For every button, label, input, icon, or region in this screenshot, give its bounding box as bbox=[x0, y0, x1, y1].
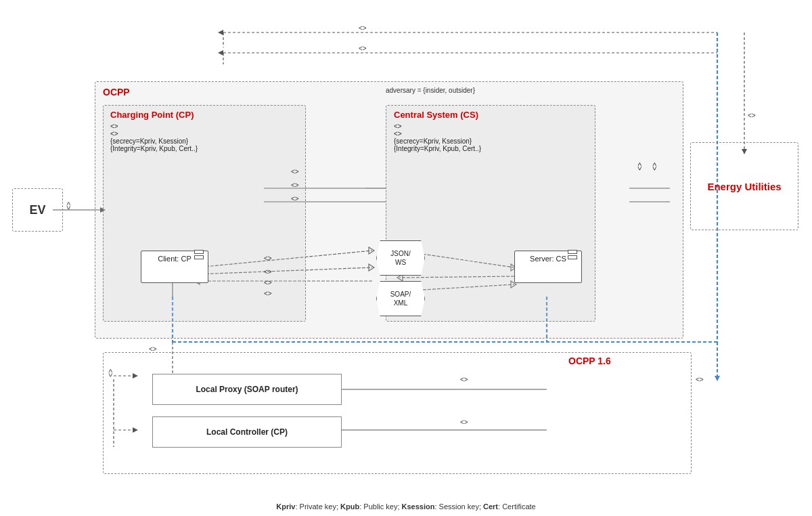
json-ws-box: JSON/WS bbox=[376, 240, 425, 276]
diagram-container: <> <> <> EV <> OCPP adversary = {insider… bbox=[0, 0, 812, 516]
client-cp-box: Client: CP bbox=[141, 251, 208, 283]
data-security-label: <> bbox=[291, 168, 299, 175]
right-side-labels2: <> bbox=[651, 163, 658, 171]
send1-label: <> bbox=[264, 268, 272, 276]
eu-label: Energy Utilities bbox=[707, 179, 781, 194]
cs-title-container: Central System (CS) <> <> {secrecy=Kpriv… bbox=[394, 110, 481, 152]
revert-energy-label: <> bbox=[748, 112, 756, 119]
cp-sec: {secrecy=Kpriv, Ksession} bbox=[110, 137, 198, 145]
internet-label: <> bbox=[291, 195, 299, 202]
server-cs-box: Server: CS bbox=[514, 251, 582, 283]
cp-title-container: Charging Point (CP) <> <> {secrecy=Kpriv… bbox=[110, 110, 198, 152]
mobile-data1-label: <> bbox=[460, 376, 468, 383]
client-cp-label: Client: CP bbox=[158, 255, 191, 263]
ev-label: EV bbox=[29, 203, 45, 217]
mobile-data2-label: <> bbox=[460, 418, 468, 426]
server-cs-label: Server: CS bbox=[530, 255, 566, 263]
local-controller-box: Local Controller (CP) bbox=[152, 416, 342, 448]
ev-box: EV bbox=[12, 188, 63, 232]
svg-marker-20 bbox=[715, 376, 720, 381]
connect-label: <> bbox=[65, 202, 72, 210]
call1-label: <> bbox=[264, 255, 272, 262]
server-cs-icon bbox=[568, 250, 577, 259]
provide-energy-label: <> bbox=[359, 24, 367, 32]
cs-stereo1: <> bbox=[394, 123, 481, 130]
cp-stereo2: <> bbox=[110, 130, 198, 137]
ocpp-label: OCPP bbox=[103, 87, 130, 98]
adversary-label: adversary = {insider, outsider} bbox=[386, 87, 475, 94]
charging-profile-label: <> bbox=[107, 369, 114, 377]
call2-label: <> bbox=[264, 290, 272, 297]
local-group-label: <> bbox=[149, 345, 157, 353]
internet2-label: <> bbox=[651, 163, 658, 171]
local-controller-label: Local Controller (CP) bbox=[206, 427, 288, 437]
json-ws-label: JSON/WS bbox=[390, 249, 410, 267]
wireless2-label: <> bbox=[636, 163, 644, 171]
energy-safety-label: <> bbox=[359, 45, 367, 52]
ocpp16-box bbox=[103, 352, 692, 474]
soap-xml-label: SOAP/XML bbox=[390, 290, 411, 307]
right-side-labels: <> bbox=[636, 163, 644, 171]
local-proxy-box: Local Proxy (SOAP router) bbox=[152, 374, 342, 405]
cs-int: {Integrity=Kpriv, Kpub, Cert..} bbox=[394, 145, 481, 152]
cp-int: {Integrity=Kpriv, Kpub, Cert..} bbox=[110, 145, 198, 152]
cs-title: Central System (CS) bbox=[394, 110, 478, 120]
svg-marker-4 bbox=[218, 50, 223, 56]
cp-title: Charging Point (CP) bbox=[110, 110, 194, 120]
wireless-label: <> bbox=[291, 181, 299, 189]
cs-sec: {secrecy=Kpriv, Ksession} bbox=[394, 137, 481, 145]
local-proxy-label: Local Proxy (SOAP router) bbox=[196, 385, 298, 394]
svg-marker-1 bbox=[218, 30, 223, 35]
energy-label: <> bbox=[696, 376, 704, 383]
client-cp-icon bbox=[194, 250, 204, 259]
eu-box: Energy Utilities bbox=[690, 142, 798, 230]
ocpp16-label: OCPP 1.6 bbox=[568, 356, 611, 366]
send2-label: <> bbox=[264, 279, 272, 286]
footnote: Kpriv: Private key; Kpub: Public key; Ks… bbox=[276, 502, 535, 511]
soap-xml-box: SOAP/XML bbox=[376, 281, 425, 316]
cs-stereo2: <> bbox=[394, 130, 481, 137]
cp-stereo1: <> bbox=[110, 123, 198, 130]
